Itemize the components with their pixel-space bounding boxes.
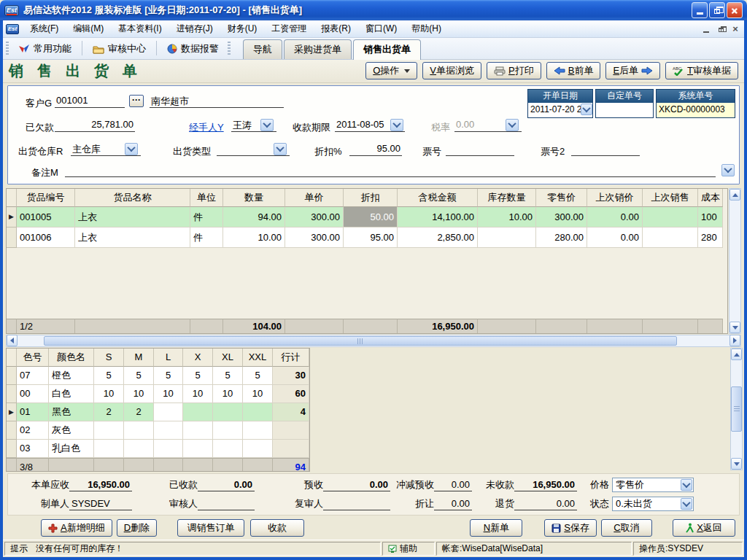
warehouse-dropdown[interactable] bbox=[125, 143, 138, 155]
new-document-button[interactable]: N新单 bbox=[470, 519, 522, 537]
grid-row[interactable]: 07橙色55555530 bbox=[7, 367, 309, 385]
grid-cell[interactable]: 94.00 bbox=[223, 207, 285, 228]
grid-cell[interactable]: 14,100.00 bbox=[398, 207, 478, 228]
grid-cell[interactable] bbox=[243, 403, 273, 421]
grid-cell[interactable] bbox=[183, 421, 213, 440]
common-functions-button[interactable]: 常用功能 bbox=[11, 40, 79, 58]
grid-cell[interactable]: 5 bbox=[154, 367, 183, 385]
grid-cell[interactable]: 5 bbox=[213, 367, 243, 385]
back-button[interactable]: X返回 bbox=[673, 519, 735, 537]
menu-system[interactable]: 系统(F) bbox=[23, 20, 65, 37]
grid-cell[interactable] bbox=[154, 421, 183, 440]
pull-sales-order-button[interactable]: 调销售订单 bbox=[177, 519, 244, 537]
grid-cell[interactable]: 10.00 bbox=[223, 228, 285, 248]
grid-cell[interactable]: 03 bbox=[17, 440, 49, 458]
grid-cell[interactable]: 5 bbox=[124, 367, 154, 385]
custom-no-value[interactable] bbox=[596, 103, 653, 117]
ship-type-dropdown[interactable] bbox=[274, 143, 287, 155]
grid-cell[interactable]: 5 bbox=[243, 367, 273, 385]
items-grid-hscrollbar[interactable] bbox=[6, 335, 741, 347]
next-document-button[interactable]: E后单 bbox=[605, 62, 660, 79]
grid-cell[interactable] bbox=[273, 440, 309, 458]
dropdown-icon[interactable] bbox=[581, 104, 592, 115]
grid-row[interactable]: 03乳白色 bbox=[7, 440, 309, 458]
grid-cell[interactable]: 01 bbox=[17, 403, 49, 421]
grid-cell[interactable]: 50.00 bbox=[344, 207, 398, 228]
scroll-down-icon[interactable] bbox=[731, 458, 742, 470]
grid-cell[interactable] bbox=[643, 207, 698, 228]
grid-cell[interactable] bbox=[124, 440, 154, 458]
status-assist[interactable]: 辅助 bbox=[382, 542, 435, 556]
data-alert-button[interactable]: 数据报警 bbox=[160, 40, 226, 58]
status-combo[interactable]: 0.未出货 bbox=[612, 497, 694, 511]
row-selector[interactable] bbox=[7, 367, 17, 385]
grid-cell[interactable]: 95.00 bbox=[344, 228, 398, 248]
tab-sales-shipment[interactable]: 销售出货单 bbox=[353, 39, 421, 60]
grid-cell[interactable]: 10 bbox=[183, 385, 213, 403]
vscroll-thumb[interactable] bbox=[731, 386, 742, 432]
mdi-minimize-button[interactable] bbox=[700, 24, 712, 34]
mdi-close-button[interactable]: × bbox=[729, 24, 741, 34]
grid-cell[interactable]: 001006 bbox=[17, 228, 75, 248]
menu-payroll[interactable]: 工资管理 bbox=[265, 20, 313, 37]
row-selector[interactable] bbox=[7, 440, 17, 458]
ticket1-field[interactable] bbox=[446, 143, 514, 156]
grid-cell[interactable]: 300.00 bbox=[285, 207, 344, 228]
grid-cell[interactable]: 0.00 bbox=[587, 207, 643, 228]
menu-window[interactable]: 窗口(W) bbox=[359, 20, 403, 37]
ticket2-field[interactable] bbox=[571, 143, 640, 156]
grid-row[interactable]: 00白色10101010101060 bbox=[7, 385, 309, 403]
audit-center-button[interactable]: 审核中心 bbox=[85, 40, 153, 58]
grid-row[interactable]: ▶01黑色224 bbox=[7, 403, 309, 421]
grid-cell[interactable]: 10 bbox=[213, 385, 243, 403]
browse-documents-button[interactable]: V单据浏览 bbox=[422, 62, 481, 79]
scroll-up-icon[interactable] bbox=[729, 189, 740, 201]
previous-document-button[interactable]: B前单 bbox=[546, 62, 601, 79]
items-grid-vscrollbar[interactable] bbox=[729, 188, 741, 334]
menu-reports[interactable]: 报表(R) bbox=[314, 20, 357, 37]
grid-cell[interactable]: 100 bbox=[698, 207, 723, 228]
grid-cell[interactable]: 件 bbox=[190, 207, 223, 228]
grid-cell[interactable] bbox=[213, 440, 243, 458]
grid-cell[interactable]: 上衣 bbox=[75, 207, 190, 228]
handler-dropdown[interactable] bbox=[260, 119, 274, 131]
grid-cell[interactable]: 60 bbox=[273, 385, 309, 403]
row-marker-icon[interactable]: ▶ bbox=[7, 207, 17, 228]
grid-cell[interactable]: 30 bbox=[273, 367, 309, 385]
customer-lookup-button[interactable]: ··· bbox=[129, 95, 144, 107]
grid-cell[interactable]: 0.00 bbox=[587, 228, 643, 248]
grid-cell[interactable] bbox=[183, 403, 213, 421]
price-type-combo[interactable]: 零售价 bbox=[612, 478, 694, 492]
grid-cell[interactable]: 10 bbox=[154, 385, 183, 403]
restore-button[interactable] bbox=[709, 2, 725, 18]
grid-cell[interactable]: 灰色 bbox=[49, 421, 94, 440]
note-dropdown[interactable] bbox=[721, 164, 735, 176]
minimize-button[interactable] bbox=[692, 2, 708, 18]
grid-row[interactable]: 02灰色 bbox=[7, 421, 309, 440]
grid-cell[interactable]: 10 bbox=[94, 385, 124, 403]
grid-cell[interactable] bbox=[154, 403, 183, 421]
close-button[interactable]: × bbox=[727, 2, 743, 18]
grid-cell[interactable]: 10 bbox=[124, 385, 154, 403]
scroll-up-icon[interactable] bbox=[731, 349, 742, 360]
grid-cell[interactable] bbox=[94, 440, 124, 458]
grid-cell[interactable]: 橙色 bbox=[49, 367, 94, 385]
grid-cell[interactable]: 2 bbox=[94, 403, 124, 421]
grid-cell[interactable]: 300.00 bbox=[285, 228, 344, 248]
cancel-button[interactable]: C取消 bbox=[601, 519, 652, 537]
menu-edit[interactable]: 编辑(M) bbox=[66, 20, 110, 37]
grid-cell[interactable] bbox=[243, 440, 273, 458]
grid-cell[interactable]: 上衣 bbox=[75, 228, 190, 248]
grid-cell[interactable] bbox=[213, 403, 243, 421]
due-date-dropdown[interactable] bbox=[390, 119, 403, 131]
add-detail-button[interactable]: A新增明细 bbox=[41, 519, 112, 537]
audit-document-button[interactable]: ABC T审核单据 bbox=[665, 62, 738, 79]
delete-button[interactable]: D删除 bbox=[117, 519, 157, 537]
grid-cell[interactable]: 001005 bbox=[17, 207, 75, 228]
handler-link[interactable]: 经手人Y bbox=[189, 121, 224, 134]
tab-purchase-order[interactable]: 采购进货单 bbox=[284, 39, 352, 59]
grid-cell[interactable]: 07 bbox=[17, 367, 49, 385]
grid-cell[interactable] bbox=[478, 228, 536, 248]
order-date-value[interactable]: 2011-07-20 2 bbox=[528, 103, 592, 117]
grid-cell[interactable]: 件 bbox=[190, 228, 223, 248]
